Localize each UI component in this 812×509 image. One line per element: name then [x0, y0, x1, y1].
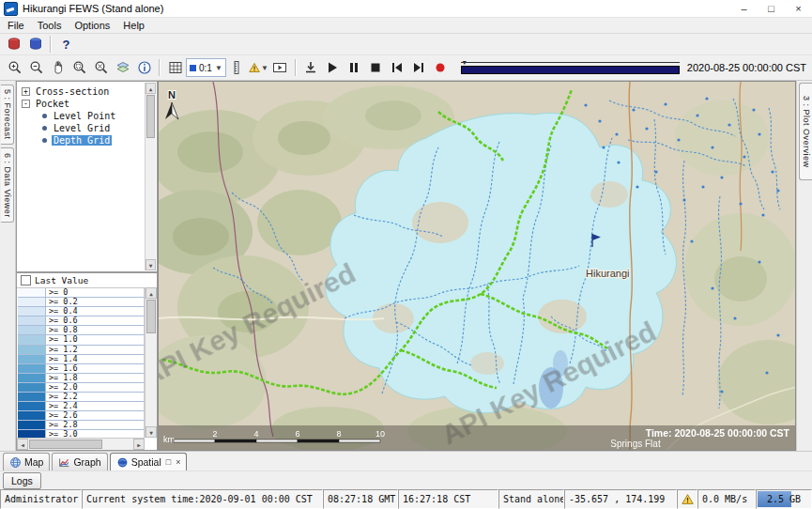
- legend-hscrollbar[interactable]: ◀ ▶: [17, 438, 145, 450]
- tree-item-depth-grid[interactable]: Depth Grid: [18, 134, 145, 147]
- export-animation-icon[interactable]: [300, 57, 322, 79]
- layers-icon[interactable]: [112, 57, 133, 79]
- zoom-out-icon[interactable]: [25, 57, 47, 79]
- main-area: 5 : Forecast 6 : Data Viewer + Cross-sec…: [0, 81, 812, 451]
- tree-item-label[interactable]: Pocket: [34, 99, 71, 109]
- legend-row: >= 2.4: [18, 402, 144, 411]
- close-button[interactable]: ×: [785, 0, 812, 17]
- minimize-button[interactable]: –: [730, 0, 758, 17]
- info-icon[interactable]: [133, 57, 155, 79]
- legend-color-swatch: [18, 316, 46, 325]
- scroll-right-arrow[interactable]: ▶: [133, 439, 145, 450]
- legend-color-swatch: [18, 430, 46, 438]
- scroll-thumb[interactable]: [29, 440, 102, 449]
- tree-item-cross-section[interactable]: + Cross-section: [18, 85, 145, 98]
- menu-tools[interactable]: Tools: [32, 19, 69, 32]
- tree-item-label[interactable]: Level Grid: [52, 123, 112, 133]
- scroll-up-arrow[interactable]: ▲: [146, 287, 157, 299]
- play-button[interactable]: [322, 57, 344, 79]
- tree-item-level-point[interactable]: Level Point: [18, 110, 145, 122]
- warning-dropdown-icon[interactable]: ▼: [248, 57, 269, 79]
- help-icon[interactable]: ?: [55, 34, 77, 55]
- scroll-down-arrow[interactable]: ▼: [146, 259, 156, 270]
- tab-forecast[interactable]: 5 : Forecast: [1, 85, 14, 145]
- main-toolbar: ?: [0, 34, 812, 55]
- bottom-tab-bar: Map Graph Spatial □ ×: [0, 451, 812, 470]
- database-blue-icon[interactable]: [24, 34, 46, 55]
- classification-value: 0:1: [199, 63, 212, 73]
- menu-bar: File Tools Options Help: [0, 18, 812, 34]
- collapse-icon[interactable]: -: [22, 100, 30, 108]
- tree-item-label[interactable]: Cross-section: [34, 86, 111, 97]
- legend-row: >= 0.2: [18, 298, 144, 307]
- profile-ruler-icon[interactable]: [226, 57, 248, 79]
- application-window: Hikurangi FEWS (Stand alone) – □ × File …: [0, 0, 812, 509]
- zoom-extent-icon[interactable]: [90, 57, 112, 79]
- scroll-left-arrow[interactable]: ◀: [17, 439, 28, 450]
- legend-label: >= 2.4: [46, 402, 78, 410]
- animation-icon[interactable]: [269, 57, 291, 79]
- legend-color-swatch: [18, 307, 46, 316]
- legend-color-swatch: [18, 288, 46, 297]
- last-value-checkbox[interactable]: [21, 275, 31, 285]
- tab-plot-overview[interactable]: 3 : Plot Overview: [799, 83, 812, 180]
- record-button[interactable]: [430, 57, 452, 79]
- legend-label: >= 3.0: [46, 430, 78, 438]
- tab-graph[interactable]: Graph: [52, 453, 107, 470]
- zoom-box-icon[interactable]: [69, 57, 90, 79]
- tab-map[interactable]: Map: [3, 453, 50, 470]
- legend-color-swatch: [18, 411, 46, 420]
- menu-help[interactable]: Help: [117, 19, 152, 32]
- tree-scrollbar[interactable]: ▲ ▼: [145, 83, 156, 270]
- scale-unit: km: [163, 435, 175, 444]
- classification-dropdown[interactable]: 0:1 ▼: [186, 58, 226, 77]
- expand-icon[interactable]: +: [22, 87, 30, 96]
- globe-icon: [9, 456, 22, 469]
- legend-table: >= 0>= 0.2>= 0.4>= 0.6>= 0.8>= 1.0>= 1.2…: [18, 288, 145, 438]
- tree-item-label[interactable]: Level Point: [52, 111, 117, 121]
- tab-data-viewer[interactable]: 6 : Data Viewer: [1, 147, 14, 223]
- menu-file[interactable]: File: [2, 19, 32, 32]
- menu-options[interactable]: Options: [69, 19, 117, 32]
- timeline-slider[interactable]: ▾: [461, 60, 680, 75]
- scroll-up-arrow[interactable]: ▲: [146, 83, 156, 94]
- tree-item-label-selected[interactable]: Depth Grid: [52, 135, 112, 146]
- node-bullet-icon: [42, 126, 47, 131]
- stop-button[interactable]: [365, 57, 387, 79]
- legend-label: >= 0.4: [46, 307, 78, 316]
- last-value-label: Last Value: [35, 275, 88, 285]
- status-transfer-rate: 0.0 MB/s: [697, 489, 756, 509]
- legend-label: >= 2.0: [46, 383, 78, 392]
- maximize-button[interactable]: □: [758, 0, 785, 17]
- logs-button[interactable]: Logs: [3, 472, 41, 489]
- scroll-thumb[interactable]: [146, 95, 155, 138]
- map-canvas[interactable]: API Key Required API Key Required Hikura…: [158, 81, 796, 451]
- close-panel-icon[interactable]: ×: [176, 457, 180, 467]
- data-tree-panel: + Cross-section - Pocket Level Point Lev…: [16, 81, 158, 272]
- pan-hand-icon[interactable]: [47, 57, 69, 79]
- tree-item-level-grid[interactable]: Level Grid: [18, 122, 145, 134]
- database-red-icon[interactable]: [3, 34, 24, 55]
- legend-color-swatch: [18, 335, 46, 344]
- tab-spatial[interactable]: Spatial □ ×: [110, 453, 188, 470]
- timeline-fill: [461, 66, 680, 74]
- legend-row: >= 2.6: [18, 411, 144, 421]
- tree-item-pocket[interactable]: - Pocket: [18, 98, 145, 110]
- skip-to-end-button[interactable]: [408, 57, 430, 79]
- undock-panel-icon[interactable]: □: [166, 457, 171, 467]
- node-bullet-icon: [42, 114, 47, 118]
- map-time-label: Time: 2020-08-25 00:00:00 CST: [646, 427, 790, 439]
- zoom-in-icon[interactable]: [4, 57, 25, 79]
- status-system-time: Current system time:2020-09-01 00:00 CST: [82, 489, 323, 509]
- scale-tick: 6: [295, 429, 299, 439]
- legend-label: >= 0.6: [46, 316, 78, 325]
- skip-to-start-button[interactable]: [387, 57, 408, 79]
- scroll-down-arrow[interactable]: ▼: [146, 426, 157, 438]
- grid-display-icon[interactable]: [164, 57, 186, 79]
- title-bar: Hikurangi FEWS (Stand alone) – □ ×: [0, 0, 812, 18]
- status-warning-icon[interactable]: [677, 489, 697, 509]
- scale-tick: 2: [212, 429, 217, 439]
- scroll-thumb[interactable]: [146, 300, 156, 333]
- pause-button[interactable]: [344, 57, 365, 79]
- legend-scrollbar[interactable]: ▲ ▼: [145, 287, 157, 438]
